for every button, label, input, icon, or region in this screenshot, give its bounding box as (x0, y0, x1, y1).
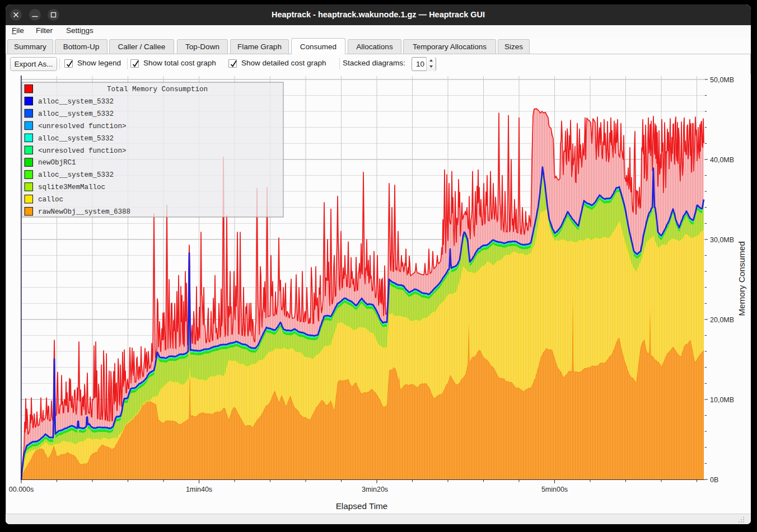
svg-text:alloc__system_5332: alloc__system_5332 (38, 110, 114, 118)
svg-text:3min20s: 3min20s (362, 486, 388, 493)
svg-text:calloc: calloc (38, 196, 63, 204)
svg-text:0B: 0B (710, 476, 718, 484)
svg-text:00.000s: 00.000s (9, 486, 34, 493)
svg-text:Memory Consumed: Memory Consumed (737, 241, 746, 316)
svg-text:sqlite3MemMalloc: sqlite3MemMalloc (38, 183, 105, 191)
svg-text:alloc__system_5332: alloc__system_5332 (38, 135, 114, 143)
svg-text:alloc__system_5332: alloc__system_5332 (38, 171, 114, 179)
svg-text:10,0MB: 10,0MB (710, 396, 734, 404)
svg-text:1min40s: 1min40s (186, 486, 212, 493)
svg-text:30,0MB: 30,0MB (710, 236, 734, 244)
svg-text:newObjRC1: newObjRC1 (38, 159, 76, 167)
svg-text:Total Memory Consumption: Total Memory Consumption (107, 86, 208, 93)
svg-text:alloc__system_5332: alloc__system_5332 (38, 98, 114, 106)
svg-text:40,0MB: 40,0MB (710, 156, 734, 164)
svg-text:rawNewObj__system_6388: rawNewObj__system_6388 (38, 208, 130, 216)
svg-text:5min00s: 5min00s (541, 486, 568, 493)
svg-text:Elapsed Time: Elapsed Time (336, 501, 388, 511)
svg-text:50,0MB: 50,0MB (710, 76, 734, 84)
svg-text:20,0MB: 20,0MB (710, 316, 734, 324)
svg-text:<unresolved function>: <unresolved function> (38, 147, 127, 155)
svg-text:<unresolved function>: <unresolved function> (38, 123, 127, 130)
